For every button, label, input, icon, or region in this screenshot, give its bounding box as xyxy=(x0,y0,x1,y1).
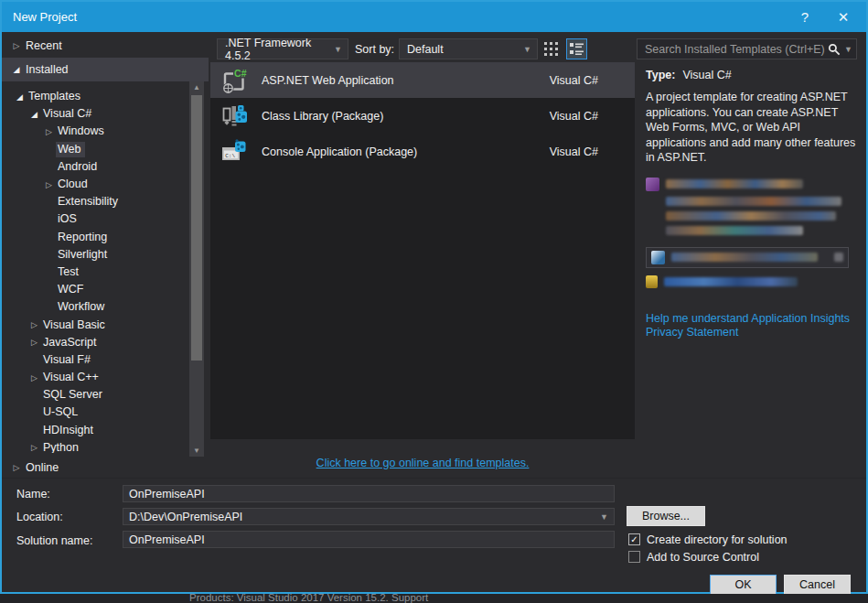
tree-item-web[interactable]: Web xyxy=(2,141,188,158)
tree-scrollbar[interactable]: ▲ ▼ xyxy=(189,81,204,457)
template-description: A project template for creating ASP.NET … xyxy=(646,90,860,166)
template-name: Console Application (Package) xyxy=(262,145,417,158)
sort-dropdown-value: Default xyxy=(407,43,444,56)
online-templates-link[interactable]: Click here to go online and find templat… xyxy=(316,457,530,469)
unchecked-checkbox-icon[interactable] xyxy=(628,551,640,563)
collapsed-arrow-icon[interactable]: ▷ xyxy=(42,180,56,189)
chevron-down-icon: ▼ xyxy=(518,45,537,54)
sidebar-item-label: Online xyxy=(26,461,59,474)
tree-item-python[interactable]: ▷Python xyxy=(2,439,188,453)
tree-item-label: Visual F# xyxy=(41,352,95,368)
template-item-console-application-package[interactable]: C:\ Console Application (Package)Visual … xyxy=(210,134,635,169)
class-library-package-icon xyxy=(220,102,251,131)
tree-item-visual-cplusplus[interactable]: ▷Visual C++ xyxy=(2,369,188,386)
expanded-arrow-icon[interactable]: ◢ xyxy=(13,92,27,102)
scrollbar-thumb[interactable] xyxy=(191,95,202,361)
console-application-package-icon: C:\ xyxy=(220,137,251,167)
collapsed-arrow-icon[interactable]: ▷ xyxy=(9,41,24,50)
scroll-up-icon[interactable]: ▲ xyxy=(189,81,204,93)
tree-item-reporting[interactable]: Reporting xyxy=(2,229,188,246)
chevron-down-icon[interactable]: ▼ xyxy=(841,45,852,54)
sidebar-item-label: Installed xyxy=(26,63,69,76)
tree-item-android[interactable]: Android xyxy=(2,158,188,176)
name-input[interactable]: OnPremiseAPI xyxy=(123,485,615,502)
cancel-button[interactable]: Cancel xyxy=(784,575,851,595)
tree-item-visual-csharp[interactable]: ◢Visual C# xyxy=(2,105,188,123)
sort-dropdown[interactable]: Default ▼ xyxy=(399,38,538,59)
redacted-text xyxy=(666,226,803,235)
redacted-row xyxy=(666,197,860,206)
tree-item-javascript[interactable]: ▷JavaScript xyxy=(2,334,188,351)
tree-item-silverlight[interactable]: Silverlight xyxy=(2,246,188,264)
tree-item-workflow[interactable]: Workflow xyxy=(2,298,188,316)
template-item-asp-net-web-application[interactable]: C# ASP.NET Web ApplicationVisual C# xyxy=(210,62,635,98)
tree-item-u-sql[interactable]: U-SQL xyxy=(2,404,188,421)
ok-button[interactable]: OK xyxy=(710,575,777,595)
medium-icons-view-button[interactable] xyxy=(541,38,562,59)
tree-item-visual-basic[interactable]: ▷Visual Basic xyxy=(2,316,188,333)
help-application-insights-link[interactable]: Help me understand Application Insights xyxy=(646,312,850,325)
collapsed-arrow-icon[interactable]: ▷ xyxy=(27,338,41,347)
privacy-statement-link[interactable]: Privacy Statement xyxy=(646,326,738,339)
collapsed-arrow-icon[interactable]: ▷ xyxy=(27,443,41,452)
tree-item-windows[interactable]: ▷Windows xyxy=(2,123,188,140)
tree-item-test[interactable]: Test xyxy=(2,264,188,281)
tree-item-extensibility[interactable]: Extensibility xyxy=(2,193,188,210)
collapsed-arrow-icon[interactable]: ▷ xyxy=(42,127,56,136)
chevron-down-icon[interactable]: ▼ xyxy=(600,512,614,522)
template-item-class-library-package[interactable]: Class Library (Package)Visual C# xyxy=(210,98,635,134)
redacted-text xyxy=(666,197,841,206)
collapsed-arrow-icon[interactable]: ▷ xyxy=(9,463,24,472)
browse-button[interactable]: Browse... xyxy=(627,506,705,526)
location-value: D:\Dev\OnPremiseAPI xyxy=(129,511,242,523)
scroll-down-icon[interactable]: ▼ xyxy=(189,445,204,457)
tree-item-hdinsight[interactable]: HDInsight xyxy=(2,422,188,439)
tree-item-label: iOS xyxy=(56,211,81,227)
redacted-combobox[interactable] xyxy=(646,247,849,268)
type-row: Type:Visual C# xyxy=(646,69,860,81)
expanded-arrow-icon[interactable]: ◢ xyxy=(9,65,24,74)
application-insights-icon xyxy=(646,178,659,191)
close-button[interactable]: ✕ xyxy=(824,2,863,32)
template-name: ASP.NET Web Application xyxy=(262,74,394,87)
titlebar[interactable]: New Project ? ✕ xyxy=(2,2,866,32)
sidebar-item-online[interactable]: ▷ Online xyxy=(2,457,209,479)
framework-dropdown[interactable]: .NET Framework 4.5.2 ▼ xyxy=(217,38,348,59)
tree-item-visual-fsharp[interactable]: Visual F# xyxy=(2,351,188,369)
solution-name-input[interactable]: OnPremiseAPI xyxy=(123,531,615,548)
redacted-row xyxy=(666,211,860,221)
lock-icon xyxy=(646,275,658,288)
tree-item-label: Web xyxy=(56,142,85,157)
tree-item-label: U-SQL xyxy=(41,404,82,420)
tree-item-wcf[interactable]: WCF xyxy=(2,281,188,298)
checkbox-add-to-source-control[interactable]: Add to Source Control xyxy=(628,548,788,565)
new-project-dialog: New Project ? ✕ ▷ Recent ◢ Installed ◢Te… xyxy=(0,0,868,594)
grid-icon xyxy=(544,42,558,56)
expanded-arrow-icon[interactable]: ◢ xyxy=(27,110,41,119)
sidebar-item-installed[interactable]: ◢ Installed xyxy=(2,58,209,81)
options-checkboxes: ✓Create directory for solutionAdd to Sou… xyxy=(628,531,788,565)
aspnet-web-application-icon: C# xyxy=(220,66,251,95)
sidebar-item-recent[interactable]: ▷ Recent xyxy=(2,35,209,57)
list-view-button[interactable] xyxy=(566,38,587,59)
search-input[interactable]: Search Installed Templates (Ctrl+E) ▼ xyxy=(637,38,857,59)
redacted-text xyxy=(666,179,803,188)
help-button[interactable]: ? xyxy=(786,2,824,32)
tree-item-ios[interactable]: iOS xyxy=(2,210,188,228)
tree-item-templates[interactable]: ◢Templates xyxy=(2,88,188,105)
checkbox-create-directory-for-solution[interactable]: ✓Create directory for solution xyxy=(628,531,788,548)
tree-item-cloud[interactable]: ▷Cloud xyxy=(2,176,188,193)
tree-item-label: Visual Basic xyxy=(41,318,110,333)
dialog-title: New Project xyxy=(13,10,77,24)
name-value: OnPremiseAPI xyxy=(129,488,205,501)
collapsed-arrow-icon[interactable]: ▷ xyxy=(27,373,41,382)
tree-item-label: Android xyxy=(56,159,102,175)
template-language: Visual C# xyxy=(550,110,598,123)
collapsed-arrow-icon[interactable]: ▷ xyxy=(27,320,41,329)
location-input[interactable]: D:\Dev\OnPremiseAPI ▼ xyxy=(123,508,615,525)
checked-checkbox-icon[interactable]: ✓ xyxy=(628,533,640,545)
tree-item-sql-server[interactable]: SQL Server xyxy=(2,386,188,404)
checkbox-label: Create directory for solution xyxy=(647,533,788,546)
search-icon[interactable] xyxy=(828,43,841,56)
template-language: Visual C# xyxy=(550,74,598,87)
